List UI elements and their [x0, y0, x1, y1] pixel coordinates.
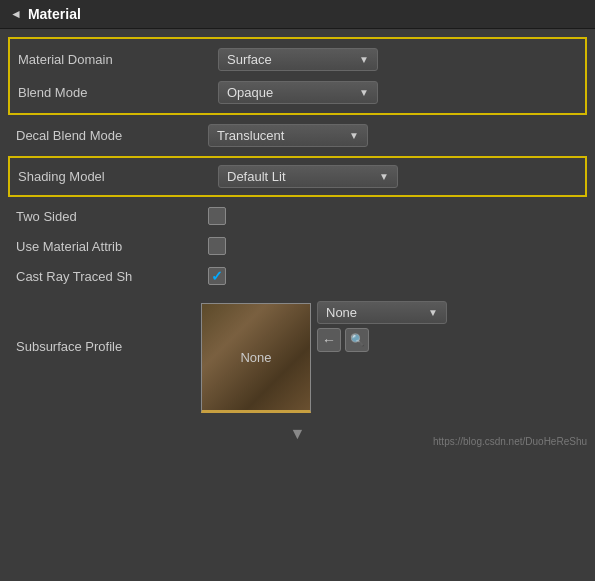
- shading-model-row: Shading Model Default Lit ▼: [10, 160, 585, 193]
- blend-mode-control: Opaque ▼: [218, 81, 577, 104]
- search-icon: 🔍: [350, 333, 365, 347]
- decal-blend-mode-dropdown-arrow-icon: ▼: [349, 130, 359, 141]
- shading-model-dropdown[interactable]: Default Lit ▼: [218, 165, 398, 188]
- two-sided-row: Two Sided: [0, 201, 595, 231]
- use-material-attrib-row: Use Material Attrib: [0, 231, 595, 261]
- use-material-attrib-control: [208, 237, 579, 255]
- subsurface-thumbnail-label: None: [240, 350, 271, 365]
- shading-model-label: Shading Model: [18, 169, 218, 184]
- panel-title: Material: [28, 6, 81, 22]
- shading-model-dropdown-arrow-icon: ▼: [379, 171, 389, 182]
- watermark: https://blog.csdn.net/DuoHeReShu: [433, 436, 587, 447]
- back-icon: ←: [322, 332, 336, 348]
- panel-content: Material Domain Surface ▼ Blend Mode Opa…: [0, 29, 595, 581]
- material-domain-blend-section: Material Domain Surface ▼ Blend Mode Opa…: [8, 37, 587, 115]
- subsurface-inner: None None ▼ ← 🔍: [201, 299, 447, 413]
- shading-model-section: Shading Model Default Lit ▼: [8, 156, 587, 197]
- bottom-arrow-icon: ▼: [290, 425, 306, 443]
- cast-ray-traced-control: ✓: [208, 267, 579, 285]
- subsurface-profile-label: Subsurface Profile: [16, 299, 201, 354]
- cast-ray-traced-checkbox[interactable]: ✓: [208, 267, 226, 285]
- material-panel: ◄ Material Material Domain Surface ▼ Ble…: [0, 0, 595, 581]
- subsurface-thumbnail[interactable]: None: [201, 303, 311, 413]
- cast-ray-traced-label: Cast Ray Traced Sh: [16, 269, 208, 284]
- decal-blend-mode-control: Translucent ▼: [208, 124, 579, 147]
- two-sided-checkbox[interactable]: [208, 207, 226, 225]
- shading-model-value: Default Lit: [227, 169, 286, 184]
- subsurface-profile-row: Subsurface Profile None None ▼ ←: [0, 291, 595, 421]
- blend-mode-dropdown[interactable]: Opaque ▼: [218, 81, 378, 104]
- decal-blend-mode-label: Decal Blend Mode: [16, 128, 208, 143]
- cast-ray-traced-row: Cast Ray Traced Sh ✓: [0, 261, 595, 291]
- blend-mode-dropdown-arrow-icon: ▼: [359, 87, 369, 98]
- subsurface-right-controls: None ▼ ← 🔍: [317, 299, 447, 352]
- decal-blend-mode-value: Translucent: [217, 128, 284, 143]
- material-domain-row: Material Domain Surface ▼: [10, 43, 585, 76]
- two-sided-control: [208, 207, 579, 225]
- two-sided-label: Two Sided: [16, 209, 208, 224]
- blend-mode-row: Blend Mode Opaque ▼: [10, 76, 585, 109]
- subsurface-icon-row: ← 🔍: [317, 328, 447, 352]
- use-material-attrib-checkbox[interactable]: [208, 237, 226, 255]
- bottom-area: ▼ https://blog.csdn.net/DuoHeReShu: [0, 421, 595, 447]
- material-domain-control: Surface ▼: [218, 48, 577, 71]
- shading-model-control: Default Lit ▼: [218, 165, 577, 188]
- use-material-attrib-label: Use Material Attrib: [16, 239, 208, 254]
- checkmark-icon: ✓: [211, 268, 223, 284]
- subsurface-none-dropdown[interactable]: None ▼: [317, 301, 447, 324]
- subsurface-dropdown-arrow-icon: ▼: [428, 307, 438, 318]
- decal-blend-mode-dropdown[interactable]: Translucent ▼: [208, 124, 368, 147]
- blend-mode-label: Blend Mode: [18, 85, 218, 100]
- decal-blend-mode-row: Decal Blend Mode Translucent ▼: [0, 119, 595, 152]
- back-button[interactable]: ←: [317, 328, 341, 352]
- material-domain-dropdown-arrow-icon: ▼: [359, 54, 369, 65]
- blend-mode-value: Opaque: [227, 85, 273, 100]
- subsurface-none-value: None: [326, 305, 357, 320]
- material-domain-value: Surface: [227, 52, 272, 67]
- panel-header: ◄ Material: [0, 0, 595, 29]
- material-domain-label: Material Domain: [18, 52, 218, 67]
- material-domain-dropdown[interactable]: Surface ▼: [218, 48, 378, 71]
- search-button[interactable]: 🔍: [345, 328, 369, 352]
- collapse-arrow-icon[interactable]: ◄: [10, 7, 22, 21]
